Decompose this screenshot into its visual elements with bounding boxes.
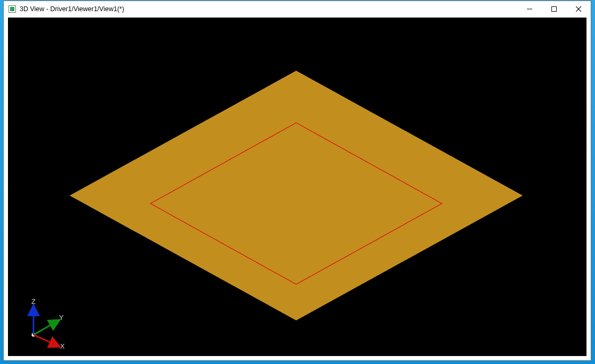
- maximize-icon: [551, 6, 557, 12]
- minimize-icon: [527, 6, 532, 12]
- desktop-background: 3D View - Driver1/Viewer1/View1(*): [0, 0, 595, 364]
- app-icon: [8, 5, 16, 13]
- window-3d-view: 3D View - Driver1/Viewer1/View1(*): [3, 1, 591, 361]
- window-title: 3D View - Driver1/Viewer1/View1(*): [20, 5, 124, 13]
- close-icon: [576, 6, 581, 12]
- scene-canvas: [8, 18, 586, 356]
- svg-rect-3: [552, 7, 557, 12]
- titlebar[interactable]: 3D View - Driver1/Viewer1/View1(*): [4, 1, 591, 17]
- scene-plane-outer: [70, 71, 523, 320]
- maximize-button[interactable]: [542, 1, 566, 17]
- viewport-3d[interactable]: Z Y X: [8, 18, 586, 356]
- close-button[interactable]: [566, 1, 591, 17]
- svg-rect-1: [10, 7, 14, 11]
- minimize-button[interactable]: [517, 1, 542, 17]
